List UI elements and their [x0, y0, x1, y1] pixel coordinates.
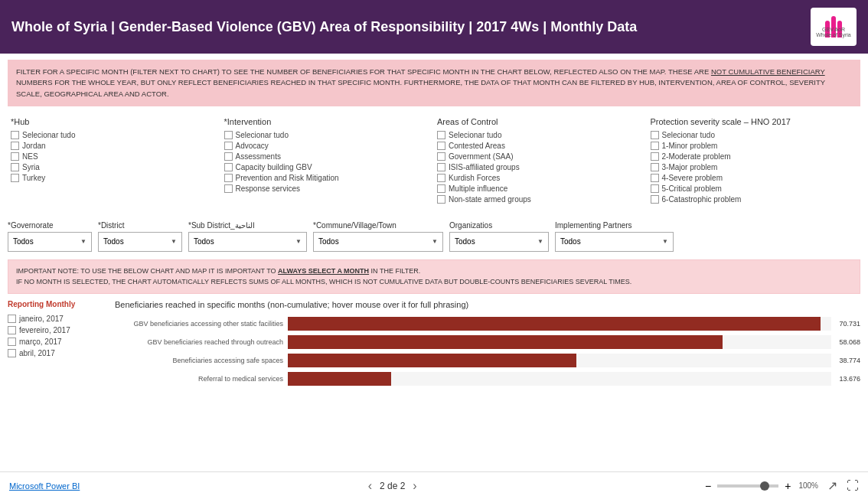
areas-checkbox-5[interactable] — [437, 184, 445, 193]
hub-item-3[interactable]: Syria — [11, 163, 215, 171]
sub-district-select[interactable]: Todos ▼ — [188, 232, 307, 252]
page-title: Whole of Syria | Gender-Based Violence (… — [11, 19, 637, 35]
chart-section: Reporting Monthly janeiro, 2017 fevereir… — [0, 300, 868, 422]
intervention-item-0[interactable]: Selecionar tudo — [224, 131, 429, 139]
commune-select[interactable]: Todos ▼ — [313, 232, 443, 252]
intervention-checkbox-1[interactable] — [224, 142, 233, 150]
logo-figures: GBV AoRWhole of Syria — [825, 16, 842, 38]
month-checkbox-2[interactable] — [8, 338, 16, 346]
areas-item-1[interactable]: Contested Areas — [437, 142, 641, 150]
severity-checkbox-5[interactable] — [651, 184, 659, 193]
intervention-item-5[interactable]: Response services — [224, 184, 429, 193]
intervention-item-label-1: Advocacy — [236, 142, 269, 150]
areas-item-label-2: Government (SAA) — [449, 152, 513, 161]
intervention-label: *Intervention — [224, 117, 429, 126]
severity-checkbox-6[interactable] — [651, 195, 659, 204]
month-item-0[interactable]: janeiro, 2017 — [8, 315, 107, 323]
severity-checkbox-4[interactable] — [651, 174, 659, 182]
implementing-partners-group: Implementing Partners Todos ▼ — [555, 221, 674, 252]
severity-item-2[interactable]: 2-Moderate problem — [651, 152, 855, 161]
sub-district-value: Todos — [194, 237, 214, 246]
intervention-item-2[interactable]: Assessments — [224, 152, 429, 161]
bar-container-2 — [288, 354, 831, 367]
powerbi-link[interactable]: Microsoft Power BI — [9, 481, 80, 491]
areas-checkbox-3[interactable] — [437, 163, 445, 171]
share-icon[interactable]: ↗ — [827, 478, 837, 493]
district-value: Todos — [103, 237, 124, 246]
intervention-item-label-5: Response services — [236, 184, 300, 193]
commune-value: Todos — [318, 237, 339, 246]
areas-item-label-3: ISIS-affiliated groups — [449, 163, 520, 171]
sub-district-arrow-icon: ▼ — [295, 238, 302, 245]
hub-checkbox-2[interactable] — [11, 152, 19, 161]
areas-item-3[interactable]: ISIS-affiliated groups — [437, 163, 641, 171]
areas-item-4[interactable]: Kurdish Forces — [437, 174, 641, 182]
zoom-plus-icon[interactable]: + — [785, 480, 791, 492]
intervention-checkbox-5[interactable] — [224, 184, 233, 193]
hub-checkbox-3[interactable] — [11, 163, 19, 171]
prev-page-button[interactable]: ‹ — [368, 479, 372, 493]
district-label: *District — [98, 221, 182, 230]
severity-checkbox-1[interactable] — [651, 142, 659, 150]
bar-fill-2 — [288, 354, 576, 367]
severity-item-1[interactable]: 1-Minor problem — [651, 142, 855, 150]
implementing-partners-value: Todos — [560, 237, 581, 246]
severity-item-4[interactable]: 4-Severe problem — [651, 174, 855, 182]
areas-checkbox-6[interactable] — [437, 195, 445, 204]
hub-item-4[interactable]: Turkey — [11, 174, 215, 182]
severity-checkbox-0[interactable] — [651, 131, 659, 139]
next-page-button[interactable]: › — [413, 479, 416, 493]
areas-checkbox-0[interactable] — [437, 131, 445, 139]
severity-item-0[interactable]: Selecionar tudo — [651, 131, 855, 139]
hub-item-0[interactable]: Selecionar tudo — [11, 131, 215, 139]
always-select-month-text: ALWAYS SELECT A MONTH — [278, 267, 369, 275]
intervention-checkbox-4[interactable] — [224, 174, 233, 182]
intervention-item-4[interactable]: Prevention and Risk Mitigation — [224, 174, 429, 182]
severity-item-6[interactable]: 6-Catastrophic problem — [651, 195, 855, 204]
implementing-partners-select[interactable]: Todos ▼ — [555, 232, 674, 252]
areas-checkbox-2[interactable] — [437, 152, 445, 161]
intervention-checkbox-0[interactable] — [224, 131, 233, 139]
fullscreen-icon[interactable]: ⛶ — [847, 479, 859, 493]
organizations-select[interactable]: Todos ▼ — [449, 232, 549, 252]
areas-item-0[interactable]: Selecionar tudo — [437, 131, 641, 139]
severity-checkbox-3[interactable] — [651, 163, 659, 171]
severity-item-3[interactable]: 3-Major problem — [651, 163, 855, 171]
month-checkbox-0[interactable] — [8, 315, 16, 323]
hub-item-1[interactable]: Jordan — [11, 142, 215, 150]
governorate-select[interactable]: Todos ▼ — [8, 232, 92, 252]
severity-checkbox-2[interactable] — [651, 152, 659, 161]
intervention-item-3[interactable]: Capacity building GBV — [224, 163, 429, 171]
areas-checkbox-4[interactable] — [437, 174, 445, 182]
bar-value-1: 58.068 — [839, 338, 860, 346]
month-item-1[interactable]: fevereiro, 2017 — [8, 326, 107, 334]
intervention-item-label-2: Assessments — [236, 152, 281, 161]
month-checkbox-1[interactable] — [8, 326, 16, 334]
intervention-checkbox-3[interactable] — [224, 163, 233, 171]
intervention-item-1[interactable]: Advocacy — [224, 142, 429, 150]
month-label-1: fevereiro, 2017 — [19, 326, 70, 334]
areas-checkbox-1[interactable] — [437, 142, 445, 150]
month-item-2[interactable]: março, 2017 — [8, 338, 107, 346]
not-cumulative-text: NOT CUMULATIVE BENEFICIARY — [711, 67, 825, 76]
month-checkbox-3[interactable] — [8, 349, 16, 357]
severity-item-5[interactable]: 5-Critical problem — [651, 184, 855, 193]
zoom-minus-icon[interactable]: − — [705, 480, 711, 492]
intervention-checkbox-2[interactable] — [224, 152, 233, 161]
hub-checkbox-0[interactable] — [11, 131, 19, 139]
hub-checkbox-4[interactable] — [11, 174, 19, 182]
areas-item-5[interactable]: Multiple influence — [437, 184, 641, 193]
district-select[interactable]: Todos ▼ — [98, 232, 182, 252]
areas-item-6[interactable]: Non-state armed groups — [437, 195, 641, 204]
implementing-partners-arrow-icon: ▼ — [662, 238, 668, 245]
month-item-3[interactable]: abril, 2017 — [8, 349, 107, 357]
bar-label-1: GBV beneficiaries reached through outrea… — [115, 338, 283, 346]
zoom-slider[interactable] — [717, 484, 778, 488]
hub-item-label-0: Selecionar tudo — [22, 131, 76, 139]
organizations-value: Todos — [455, 237, 475, 246]
district-group: *District Todos ▼ — [98, 221, 182, 252]
areas-item-2[interactable]: Government (SAA) — [437, 152, 641, 161]
sub-district-group: *Sub District_الناحية Todos ▼ — [188, 221, 307, 252]
hub-item-2[interactable]: NES — [11, 152, 215, 161]
hub-checkbox-1[interactable] — [11, 142, 19, 150]
